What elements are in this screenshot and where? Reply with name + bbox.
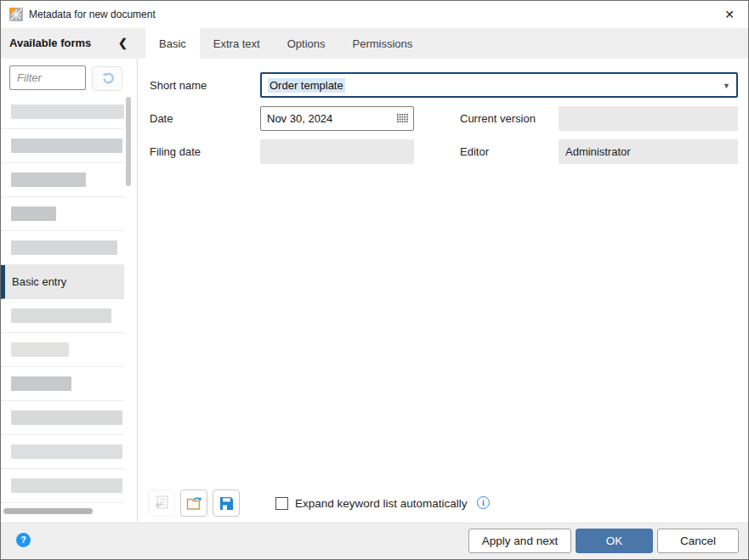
editor-field: Administrator [559, 139, 738, 164]
refresh-icon [100, 71, 115, 86]
save-icon [219, 496, 234, 511]
placeholder-bar [11, 139, 122, 153]
footer-buttons: Apply and next OK Cancel [468, 529, 739, 553]
sidebar-item-placeholder[interactable] [1, 95, 124, 129]
open-folder-icon [186, 496, 202, 511]
placeholder-bar [11, 376, 71, 391]
save-keywording-form-button[interactable] [213, 489, 240, 517]
sidebar-item-placeholder[interactable] [1, 469, 124, 503]
placeholder-bar [11, 444, 122, 459]
metadata-dialog: Metadata for new document ✕ Available fo… [0, 0, 749, 560]
placeholder-bar [11, 173, 86, 187]
sidebar-item-placeholder[interactable] [1, 231, 124, 265]
load-keywording-form-button[interactable] [180, 489, 207, 517]
sidebar-item-placeholder[interactable] [1, 435, 124, 469]
placeholder-bar [11, 206, 56, 221]
sidebar-item-placeholder[interactable] [1, 197, 124, 231]
window-title: Metadata for new document [29, 8, 156, 20]
sidebar-vertical-scrollbar[interactable] [126, 97, 131, 186]
tab-permissions[interactable]: Permissions [339, 28, 427, 59]
ok-button[interactable]: OK [576, 529, 653, 553]
tab-basic[interactable]: Basic [145, 28, 200, 59]
title-bar: Metadata for new document ✕ [1, 1, 748, 28]
sidebar-item-placeholder[interactable] [1, 367, 124, 401]
collapse-sidebar-icon[interactable]: ❮ [118, 28, 128, 59]
header-strip: Available forms ❮ BasicExtra textOptions… [1, 28, 748, 59]
refresh-button[interactable] [92, 66, 122, 91]
short-name-value: Order template [268, 78, 345, 93]
current-version-label: Current version [460, 112, 536, 125]
cancel-button[interactable]: Cancel [657, 529, 739, 553]
available-forms-panel: Basic entry [1, 59, 138, 524]
app-logo-icon [9, 8, 23, 21]
tab-options[interactable]: Options [274, 28, 339, 59]
placeholder-bar [11, 342, 69, 357]
placeholder-bar [11, 240, 117, 255]
filter-input[interactable] [9, 65, 86, 90]
date-label: Date [150, 112, 173, 125]
editor-label: Editor [460, 145, 489, 158]
tab-bar: BasicExtra textOptionsPermissions [145, 28, 426, 59]
sidebar-item-placeholder[interactable] [1, 163, 124, 197]
tab-extra-text[interactable]: Extra text [200, 28, 274, 59]
date-value: Nov 30, 2024 [267, 112, 332, 125]
sidebar-item-placeholder[interactable] [1, 129, 124, 163]
current-version-field [559, 106, 738, 131]
short-name-label: Short name [150, 79, 207, 92]
close-icon[interactable]: ✕ [721, 6, 738, 23]
import-form-icon [154, 495, 169, 511]
sidebar-horizontal-scrollbar[interactable] [3, 508, 93, 514]
filing-date-field [260, 139, 414, 164]
sidebar-item-basic-entry[interactable]: Basic entry [1, 265, 124, 299]
placeholder-bar [11, 478, 122, 493]
footer-bar: ? Apply and next OK Cancel [1, 523, 748, 559]
calendar-icon[interactable] [397, 114, 408, 127]
sidebar-item-placeholder[interactable] [1, 401, 124, 435]
short-name-combobox[interactable]: Order template ▼ [260, 72, 738, 98]
chevron-down-icon[interactable]: ▼ [723, 82, 730, 90]
date-input[interactable]: Nov 30, 2024 [260, 106, 414, 131]
placeholder-bar [11, 410, 122, 425]
expand-keyword-checkbox[interactable] [275, 497, 288, 510]
available-forms-heading: Available forms [9, 28, 91, 59]
placeholder-bar [11, 308, 111, 323]
sidebar-item-placeholder[interactable] [1, 299, 124, 333]
filing-date-label: Filing date [150, 145, 201, 158]
basic-tab-panel: Short name Order template ▼ Date Nov 30,… [139, 59, 748, 523]
help-icon[interactable]: ? [16, 533, 31, 547]
placeholder-bar [11, 105, 124, 119]
editor-value: Administrator [565, 145, 631, 158]
sidebar-item-placeholder[interactable] [1, 333, 124, 367]
apply-and-next-button[interactable]: Apply and next [468, 529, 571, 553]
forms-list: Basic entry [1, 95, 124, 503]
info-icon[interactable]: i [477, 496, 490, 509]
apply-keywording-form-button [148, 489, 175, 517]
expand-keyword-label: Expand keyword list automatically [295, 497, 468, 510]
